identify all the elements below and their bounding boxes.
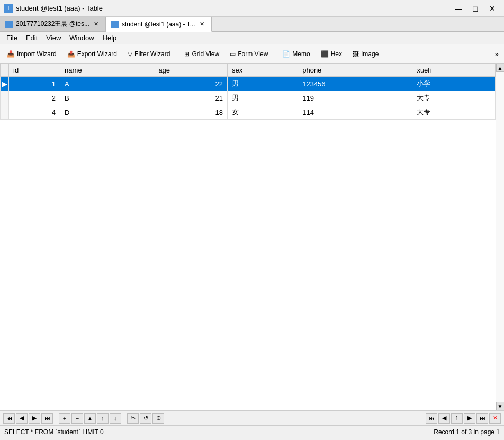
- image-button[interactable]: 🖼 Image: [348, 47, 383, 61]
- cell-xueli[interactable]: 小学: [412, 77, 496, 91]
- import-wizard-label: Import Wizard: [17, 50, 57, 58]
- toolbar-more[interactable]: »: [491, 48, 502, 60]
- cell-id[interactable]: 2: [9, 91, 60, 105]
- col-sex[interactable]: sex: [227, 64, 298, 77]
- cell-age[interactable]: 21: [154, 91, 228, 105]
- cell-sex[interactable]: 男: [227, 91, 298, 105]
- cell-xueli[interactable]: 大专: [412, 91, 496, 105]
- form-view-button[interactable]: ▭ Form View: [225, 47, 273, 61]
- export-wizard-label: Export Wizard: [77, 50, 117, 58]
- toolbar: 📥 Import Wizard 📤 Export Wizard ▽ Filter…: [0, 44, 504, 64]
- tab-1[interactable]: 20177710232王晨 @tes... ✕: [0, 17, 106, 31]
- image-icon: 🖼: [353, 50, 359, 58]
- nav-up-button[interactable]: ▲: [84, 413, 96, 424]
- scroll-up-arrow[interactable]: ▲: [496, 64, 505, 72]
- row-indicator: [1, 105, 9, 120]
- nav-r-first-button[interactable]: ⏮: [426, 413, 437, 424]
- nav-r-page-button[interactable]: 1: [451, 413, 463, 424]
- nav-add-button[interactable]: +: [59, 413, 70, 424]
- nav-r-cancel-button[interactable]: ✕: [489, 413, 501, 424]
- menu-edit[interactable]: Edit: [22, 33, 42, 43]
- menu-file[interactable]: File: [2, 33, 22, 43]
- hex-icon: ⬛: [321, 50, 329, 58]
- nav-sort-desc-button[interactable]: ↓: [110, 413, 121, 424]
- filter-wizard-label: Filter Wizard: [134, 50, 170, 58]
- cell-name[interactable]: B: [60, 91, 154, 105]
- cell-phone[interactable]: 119: [298, 91, 412, 105]
- row-indicator: [1, 91, 9, 105]
- scroll-track[interactable]: [496, 72, 504, 402]
- nav-refresh-button[interactable]: ↺: [140, 413, 151, 424]
- memo-button[interactable]: 📄 Memo: [277, 47, 314, 61]
- grid-view-button[interactable]: ⊞ Grid View: [179, 47, 224, 61]
- nav-last-button[interactable]: ⏭: [41, 413, 53, 424]
- table-row[interactable]: 4D18女114大专: [1, 105, 496, 120]
- memo-icon: 📄: [282, 50, 290, 58]
- cell-id[interactable]: 1: [9, 77, 60, 91]
- import-wizard-button[interactable]: 📥 Import Wizard: [2, 47, 61, 61]
- export-wizard-button[interactable]: 📤 Export Wizard: [62, 47, 122, 61]
- table-row[interactable]: ▶1A22男123456小学: [1, 77, 496, 91]
- cell-name[interactable]: A: [60, 77, 154, 91]
- menu-window[interactable]: Window: [65, 33, 98, 43]
- nav-r-last-button[interactable]: ⏭: [476, 413, 488, 424]
- nav-remove-button[interactable]: −: [71, 413, 83, 424]
- cell-xueli[interactable]: 大专: [412, 105, 496, 120]
- tab-bar: 20177710232王晨 @tes... ✕ student @test1 (…: [0, 17, 504, 32]
- col-phone[interactable]: phone: [298, 64, 412, 77]
- cell-id[interactable]: 4: [9, 105, 60, 120]
- nav-r-next-button[interactable]: ▶: [464, 413, 475, 424]
- student-table: id name age sex phone xueli ▶1A22男123456…: [0, 64, 496, 120]
- hex-button[interactable]: ⬛ Hex: [316, 47, 347, 61]
- cell-sex[interactable]: 女: [227, 105, 298, 120]
- nav-first-button[interactable]: ⏮: [3, 413, 15, 424]
- hex-label: Hex: [331, 50, 342, 58]
- tab-2-close[interactable]: ✕: [199, 21, 206, 28]
- status-sql: SELECT * FROM `student` LIMIT 0: [4, 428, 434, 436]
- grid-view-icon: ⊞: [184, 50, 190, 58]
- col-indicator: [1, 64, 9, 77]
- col-xueli[interactable]: xueli: [412, 64, 496, 77]
- filter-wizard-button[interactable]: ▽ Filter Wizard: [123, 47, 175, 61]
- title-bar: T student @test1 (aaa) - Table — ◻ ✕: [0, 0, 504, 17]
- nav-r-prev-button[interactable]: ◀: [438, 413, 450, 424]
- cell-age[interactable]: 18: [154, 105, 228, 120]
- nav-sort-asc-button[interactable]: ↑: [97, 413, 109, 424]
- tab-1-close[interactable]: ✕: [93, 21, 100, 28]
- col-id[interactable]: id: [9, 64, 60, 77]
- tab-2-label: student @test1 (aaa) - T...: [122, 21, 195, 28]
- minimize-button[interactable]: —: [451, 3, 466, 14]
- nav-cut-button[interactable]: ✂: [127, 413, 139, 424]
- toolbar-sep-2: [275, 48, 275, 60]
- col-name[interactable]: name: [60, 64, 154, 77]
- cell-age[interactable]: 22: [154, 77, 228, 91]
- col-age[interactable]: age: [154, 64, 228, 77]
- vertical-scrollbar[interactable]: ▲ ▼: [496, 64, 504, 410]
- cell-sex[interactable]: 男: [227, 77, 298, 91]
- table-row[interactable]: 2B21男119大专: [1, 91, 496, 105]
- tab-2[interactable]: student @test1 (aaa) - T... ✕: [106, 17, 212, 32]
- cell-name[interactable]: D: [60, 105, 154, 120]
- status-bar: SELECT * FROM `student` LIMIT 0 Record 1…: [0, 425, 504, 438]
- form-view-label: Form View: [238, 50, 268, 58]
- grid-view-label: Grid View: [192, 50, 219, 58]
- cell-phone[interactable]: 114: [298, 105, 412, 120]
- nav-play-button[interactable]: ▶: [29, 413, 40, 424]
- tab-1-label: 20177710232王晨 @tes...: [16, 20, 89, 29]
- data-table[interactable]: id name age sex phone xueli ▶1A22男123456…: [0, 64, 496, 410]
- table-header: id name age sex phone xueli: [1, 64, 496, 77]
- import-wizard-icon: 📥: [7, 50, 15, 58]
- cell-phone[interactable]: 123456: [298, 77, 412, 91]
- tab-2-icon: [111, 21, 119, 28]
- scroll-down-arrow[interactable]: ▼: [496, 402, 505, 410]
- close-button[interactable]: ✕: [485, 3, 500, 14]
- tab-1-icon: [5, 21, 13, 28]
- menu-help[interactable]: Help: [98, 33, 121, 43]
- maximize-button[interactable]: ◻: [468, 3, 483, 14]
- nav-prev-button[interactable]: ◀: [16, 413, 28, 424]
- toolbar-sep-1: [177, 48, 177, 60]
- nav-sep-1: [56, 414, 56, 423]
- window-title: student @test1 (aaa) - Table: [16, 4, 451, 12]
- menu-view[interactable]: View: [42, 33, 65, 43]
- nav-stop-button[interactable]: ⊙: [152, 413, 164, 424]
